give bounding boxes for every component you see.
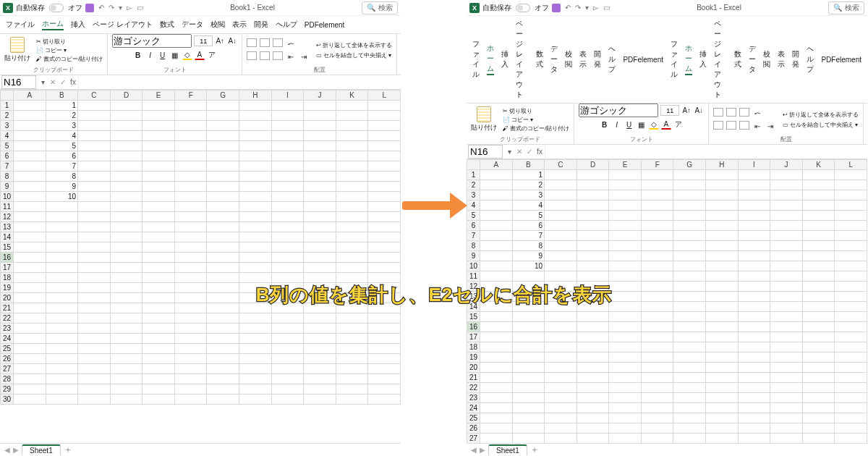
cell-B10[interactable]: 10 xyxy=(46,192,78,202)
bold-button[interactable]: B xyxy=(133,50,143,60)
cell-H29[interactable] xyxy=(239,384,272,394)
tab-校閲[interactable]: 校閲 xyxy=(565,49,572,69)
cell-C24[interactable] xyxy=(78,334,111,344)
cell-C15[interactable] xyxy=(78,242,111,253)
name-box[interactable] xyxy=(468,145,503,159)
cell-J1[interactable] xyxy=(304,101,336,111)
cell-F15[interactable] xyxy=(641,312,673,322)
cell-J23[interactable] xyxy=(770,393,803,403)
cell-C11[interactable] xyxy=(545,271,577,282)
cell-D19[interactable] xyxy=(576,352,609,363)
cell-C29[interactable] xyxy=(78,384,111,394)
col-header-J[interactable]: J xyxy=(770,160,803,170)
cell-C17[interactable] xyxy=(545,332,577,342)
cell-B12[interactable] xyxy=(46,212,78,222)
cell-A30[interactable] xyxy=(14,394,46,405)
cell-A2[interactable] xyxy=(14,111,46,121)
cell-B23[interactable] xyxy=(512,393,545,403)
col-header-D[interactable]: D xyxy=(110,90,142,101)
cell-C16[interactable] xyxy=(545,322,577,332)
cell-B26[interactable] xyxy=(46,354,78,364)
align-bottom-icon[interactable] xyxy=(739,108,749,117)
cell-G2[interactable] xyxy=(207,111,239,121)
cell-E28[interactable] xyxy=(142,374,175,384)
cut-button[interactable]: 切り取り xyxy=(503,107,569,115)
cell-J19[interactable] xyxy=(770,352,803,363)
row-header[interactable]: 3 xyxy=(1,121,14,131)
cell-K25[interactable] xyxy=(802,413,835,423)
sheet-nav-prev-icon[interactable]: ◀ xyxy=(471,446,477,454)
cell-K17[interactable] xyxy=(802,332,835,342)
tab-表示[interactable]: 表示 xyxy=(778,49,785,69)
cell-D11[interactable] xyxy=(110,202,142,212)
cell-K9[interactable] xyxy=(336,182,368,192)
cell-F14[interactable] xyxy=(174,232,207,242)
cell-B6[interactable]: 6 xyxy=(512,221,545,231)
cell-K11[interactable] xyxy=(802,271,835,282)
tab-開発[interactable]: 開発 xyxy=(792,49,799,69)
tab-ホーム[interactable]: ホーム xyxy=(487,43,494,75)
cell-A9[interactable] xyxy=(480,251,513,261)
cell-E1[interactable] xyxy=(609,170,642,180)
cell-J26[interactable] xyxy=(304,354,336,364)
cell-E1[interactable] xyxy=(142,101,175,111)
cell-L16[interactable] xyxy=(835,322,867,332)
row-header[interactable]: 22 xyxy=(467,383,480,393)
cell-J5[interactable] xyxy=(304,141,336,151)
cell-H15[interactable] xyxy=(706,312,739,322)
cell-K27[interactable] xyxy=(336,364,368,374)
cell-C1[interactable] xyxy=(545,170,577,180)
cell-D10[interactable] xyxy=(110,192,142,202)
cell-H4[interactable] xyxy=(706,200,739,211)
col-header-H[interactable]: H xyxy=(706,160,739,170)
cell-G5[interactable] xyxy=(673,211,706,221)
cell-B16[interactable] xyxy=(512,322,545,332)
cell-A4[interactable] xyxy=(14,131,46,141)
align-left-icon[interactable] xyxy=(247,51,257,60)
cell-H7[interactable] xyxy=(706,231,739,241)
cell-H1[interactable] xyxy=(706,170,739,180)
cell-F5[interactable] xyxy=(641,211,673,221)
cell-B9[interactable]: 9 xyxy=(512,251,545,261)
cell-F3[interactable] xyxy=(174,121,207,131)
cell-L18[interactable] xyxy=(835,342,867,352)
search-box[interactable]: 🔍 検索 xyxy=(362,1,398,14)
cell-G10[interactable] xyxy=(673,261,706,271)
cell-B9[interactable]: 9 xyxy=(46,182,78,192)
cell-A22[interactable] xyxy=(480,383,513,393)
cell-K5[interactable] xyxy=(802,211,835,221)
cell-B28[interactable] xyxy=(46,374,78,384)
row-header[interactable]: 29 xyxy=(1,384,14,394)
row-header[interactable]: 8 xyxy=(1,172,14,182)
cell-C22[interactable] xyxy=(78,313,111,324)
cell-J15[interactable] xyxy=(770,312,803,322)
cell-H22[interactable] xyxy=(706,383,739,393)
cell-E4[interactable] xyxy=(142,131,175,141)
cell-D21[interactable] xyxy=(576,373,609,383)
row-header[interactable]: 6 xyxy=(467,221,480,231)
format-painter-button[interactable]: 書式のコピー/貼り付け xyxy=(503,124,569,132)
orientation-icon[interactable]: ⤺ xyxy=(286,38,296,48)
cell-E11[interactable] xyxy=(609,271,642,282)
cell-B18[interactable] xyxy=(46,273,78,283)
cell-A25[interactable] xyxy=(14,344,46,354)
cell-B10[interactable]: 10 xyxy=(512,261,545,271)
align-center-icon[interactable] xyxy=(726,121,736,130)
cell-G1[interactable] xyxy=(207,101,239,111)
cell-I21[interactable] xyxy=(738,373,770,383)
cell-E22[interactable] xyxy=(142,313,175,324)
cell-L26[interactable] xyxy=(835,423,867,434)
cell-F22[interactable] xyxy=(174,313,207,324)
cell-D14[interactable] xyxy=(110,232,142,242)
cell-J28[interactable] xyxy=(304,374,336,384)
cell-B1[interactable]: 1 xyxy=(46,101,78,111)
cell-E17[interactable] xyxy=(609,332,642,342)
cell-F18[interactable] xyxy=(641,342,673,352)
cell-D23[interactable] xyxy=(110,324,142,334)
tab-ページ レイアウト[interactable]: ページ レイアウト xyxy=(516,19,529,100)
cell-B30[interactable] xyxy=(46,394,78,405)
cell-E15[interactable] xyxy=(609,312,642,322)
cell-B24[interactable] xyxy=(512,403,545,413)
cell-C5[interactable] xyxy=(78,141,111,151)
cell-I2[interactable] xyxy=(271,111,304,121)
